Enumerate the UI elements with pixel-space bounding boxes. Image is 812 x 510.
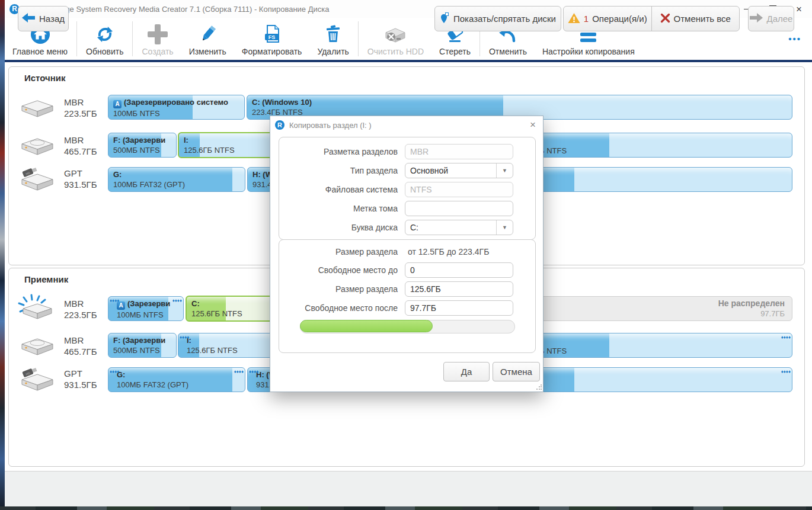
back-arrow-icon — [22, 13, 35, 24]
destination-disk1-hdd-active-icon[interactable] — [17, 294, 58, 323]
desktop-background-left — [0, 0, 5, 510]
slider-fill[interactable] — [300, 320, 433, 332]
toolbar-separator — [76, 21, 77, 56]
toolbar-edit-button[interactable]: Изменить — [181, 18, 234, 60]
toolbar-create-button[interactable]: Создать — [134, 18, 181, 60]
toolbar-refresh-button[interactable]: Обновить — [78, 18, 131, 60]
chevron-down-icon: ▼ — [496, 163, 513, 178]
desktop-background-bottom — [0, 506, 812, 510]
dialog-resize-grip[interactable] — [536, 384, 542, 390]
destination-partition-i[interactable]: ♦♦♦♦ I: 125.6ГБ NTFS — [178, 333, 273, 358]
trash-icon — [322, 22, 344, 47]
destination-disk2-label: MBR 465.7ГБ — [64, 335, 97, 357]
destination-partition-c-new[interactable]: C: 125.6ГБ NTFS — [186, 296, 275, 322]
next-button[interactable]: Далее — [748, 6, 794, 31]
field-label-scheme: Разметка разделов — [273, 147, 398, 156]
toolbar-delete-button[interactable]: Удалить — [309, 18, 356, 60]
refresh-icon — [94, 22, 116, 47]
resize-handle-left[interactable]: ♦♦♦♦ — [180, 335, 189, 340]
source-disk1-hdd-icon[interactable] — [18, 95, 57, 120]
toolbar-label: Форматировать — [242, 47, 302, 56]
destination-disk3-usb-icon[interactable]: HD — [18, 366, 57, 392]
toolbar-format-button[interactable]: FS Форматировать — [234, 18, 310, 60]
destination-partition-reserved[interactable]: ♦♦♦♦ A(Зарезерви 100МБ NTFS ♦♦♦♦ — [108, 296, 184, 321]
resize-handle-right[interactable]: ♦♦♦♦ — [172, 299, 182, 303]
toolbar-separator — [132, 21, 133, 56]
field-label-size-range: Размер раздела — [273, 247, 398, 256]
destination-partition-f[interactable]: F: (Зарезерви 500МБ NTFS — [108, 333, 177, 358]
toolbar-label: Стереть — [439, 47, 471, 56]
field-label-volume: Метка тома — [273, 204, 398, 213]
dialog-logo-icon: R — [275, 120, 284, 130]
source-panel-title: Источник — [24, 73, 66, 83]
partition-type-value: Основной — [405, 166, 496, 175]
warning-icon — [568, 12, 580, 25]
red-x-icon — [660, 13, 670, 25]
source-disk3-usb-icon[interactable]: HD — [18, 166, 57, 192]
destination-disk3-label: GPT 931.5ГБ — [64, 368, 97, 390]
plus-icon — [148, 22, 168, 47]
source-partition-i-selected[interactable]: I: 125.6ГБ NTFS — [178, 132, 273, 158]
resize-handle-right[interactable]: ♦♦♦♦ — [781, 335, 791, 340]
filesystem-field[interactable] — [405, 182, 513, 197]
scheme-field[interactable] — [405, 144, 513, 159]
field-label-type: Тип раздела — [273, 166, 398, 175]
toolbar-label: Изменить — [189, 47, 226, 56]
toolbar-more-button[interactable]: ••• — [778, 34, 812, 44]
free-space-after-field[interactable] — [405, 300, 513, 316]
free-space-before-field[interactable] — [405, 262, 513, 278]
pin-icon — [440, 12, 449, 25]
field-label-letter: Буква диска — [273, 223, 398, 232]
field-label-free-after: Свободное место после — [273, 303, 398, 313]
destination-partition-g[interactable]: ♦♦♦♦ G: 100МБ FAT32 (GPT) ♦♦♦♦ — [108, 367, 245, 392]
wipe-hdd-icon — [382, 22, 408, 47]
back-button[interactable]: Назад — [18, 6, 69, 31]
toolbar-divider — [5, 60, 812, 62]
drive-letter-select[interactable]: C: ▼ — [405, 220, 513, 235]
partition-size-slider[interactable] — [300, 320, 515, 333]
operations-button[interactable]: 1 Операци(я/и) — [564, 7, 651, 31]
pencil-icon — [197, 22, 218, 47]
cancel-button[interactable]: Отмена — [493, 362, 540, 381]
source-partition-f[interactable]: F: (Зарезерви 500МБ NTFS — [108, 133, 177, 158]
field-label-size: Размер раздела — [273, 284, 398, 294]
resize-handle-right[interactable]: ♦♦♦♦ — [234, 370, 244, 374]
resize-handle-left[interactable]: ♦♦♦♦ — [110, 299, 119, 303]
partition-active-badge-icon: A — [113, 100, 122, 108]
destination-panel-title: Приемник — [24, 274, 68, 284]
destination-disk2-hdd-icon[interactable] — [18, 333, 57, 358]
size-range-value: от 12.5ГБ до 223.4ГБ — [408, 247, 489, 256]
source-disk1-label: MBR 223.5ГБ — [64, 97, 97, 119]
toolbar-wipe-hdd-button[interactable]: Очистить HDD — [360, 18, 431, 60]
partition-size-field[interactable] — [405, 281, 513, 297]
field-label-free-before: Свободное место до — [273, 265, 398, 275]
chevron-down-icon: ▼ — [496, 220, 513, 235]
back-label: Назад — [39, 14, 65, 24]
volume-label-field[interactable] — [405, 201, 513, 216]
window-title: R-Drive Image System Recovery Media Crea… — [24, 5, 329, 14]
partition-type-select[interactable]: Основной ▼ — [405, 163, 513, 178]
copy-partition-dialog: R Копировать раздел (I: ) × Разметка раз… — [270, 116, 544, 392]
drive-letter-value: C: — [405, 223, 496, 232]
toolbar-label: Отменить — [489, 47, 527, 56]
ok-button[interactable]: Да — [443, 362, 490, 381]
source-disk2-hdd-icon[interactable] — [18, 133, 57, 158]
source-partition-reserved[interactable]: A(Зарезервировано системо 100МБ NTFS — [108, 95, 245, 120]
toolbar-separator — [358, 21, 359, 56]
source-disk3-label: GPT 931.5ГБ — [64, 168, 97, 190]
dialog-close-button[interactable]: × — [523, 119, 543, 131]
format-fs-icon: FS — [261, 22, 283, 47]
source-disk2-label: MBR 465.7ГБ — [64, 134, 97, 157]
resize-handle-left[interactable]: ♦♦♦♦ — [249, 370, 258, 374]
source-partition-g[interactable]: G: 100МБ FAT32 (GPT) — [108, 167, 245, 192]
close-icon: × — [796, 4, 802, 14]
toolbar-label: Главное меню — [12, 47, 68, 56]
operation-label: Операци(я/и) — [592, 14, 647, 24]
toolbar-label: Обновить — [86, 47, 123, 56]
operations-group: 1 Операци(я/и) Отменить все — [563, 6, 740, 31]
next-label: Далее — [767, 14, 793, 24]
resize-handle-left[interactable]: ♦♦♦♦ — [110, 370, 119, 374]
cancel-all-button[interactable]: Отменить все — [652, 7, 740, 31]
show-hide-disks-button[interactable]: Показать/спрятать диски — [434, 6, 561, 31]
resize-handle-right[interactable]: ♦♦♦♦ — [781, 370, 791, 374]
